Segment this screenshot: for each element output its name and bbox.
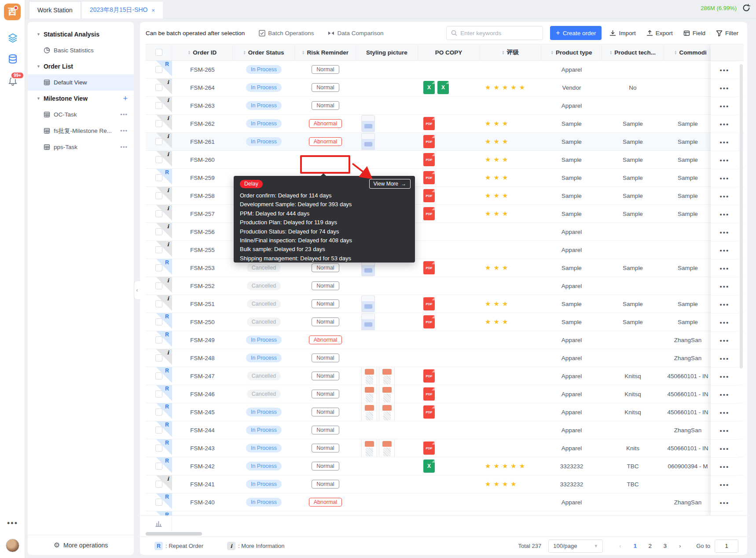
database-icon[interactable] xyxy=(0,54,25,64)
row-checkbox[interactable] xyxy=(155,300,162,307)
pdf-file-icon[interactable]: PDF xyxy=(423,117,435,130)
styling-thumbnail[interactable] xyxy=(361,439,377,457)
risk-badge[interactable]: Normal xyxy=(312,65,339,74)
styling-thumbnail[interactable] xyxy=(379,385,395,403)
risk-badge[interactable]: Normal xyxy=(312,101,339,110)
row-actions-button[interactable]: ••• xyxy=(711,277,738,295)
risk-badge[interactable]: Normal xyxy=(312,372,339,380)
horizontal-scrollbar[interactable] xyxy=(140,531,747,536)
pdf-file-icon[interactable]: PDF xyxy=(423,441,435,455)
row-actions-button[interactable]: ••• xyxy=(711,458,738,476)
row-checkbox[interactable] xyxy=(155,138,162,145)
row-checkbox[interactable] xyxy=(155,318,162,325)
page-button-1[interactable]: 1 xyxy=(629,540,641,552)
risk-badge[interactable]: Normal xyxy=(312,317,339,326)
column-header-order-status[interactable]: ▲▼Order Status xyxy=(233,44,295,60)
styling-thumbnail[interactable] xyxy=(361,314,375,330)
risk-badge[interactable]: Normal xyxy=(312,299,339,308)
pdf-file-icon[interactable]: PDF xyxy=(423,207,435,220)
refresh-icon[interactable] xyxy=(742,4,751,14)
styling-thumbnail[interactable] xyxy=(361,133,375,150)
row-actions-button[interactable]: ••• xyxy=(711,61,738,79)
risk-badge[interactable]: Normal xyxy=(312,462,339,470)
risk-badge[interactable]: Normal xyxy=(312,390,339,398)
item-menu-icon[interactable]: ••• xyxy=(120,128,128,134)
column-header-order-id[interactable]: ▲▼Order ID xyxy=(172,44,233,60)
risk-badge[interactable]: Normal xyxy=(312,263,339,272)
row-checkbox[interactable] xyxy=(155,210,162,217)
styling-thumbnail[interactable] xyxy=(361,403,377,421)
search-input[interactable]: Enter keywords xyxy=(446,26,543,40)
styling-thumbnail[interactable] xyxy=(379,403,395,421)
next-page-button[interactable]: › xyxy=(674,540,686,552)
star-rating[interactable]: ★★★ xyxy=(485,192,510,200)
sidebar-item-default-view[interactable]: Default View xyxy=(28,74,134,91)
star-rating[interactable]: ★★★★★ xyxy=(485,84,528,91)
rail-more-dots-icon[interactable]: ••• xyxy=(0,519,25,528)
field-button[interactable]: Field xyxy=(683,30,705,36)
pdf-file-icon[interactable]: PDF xyxy=(423,135,435,148)
export-button[interactable]: Export xyxy=(646,30,673,36)
row-actions-button[interactable]: ••• xyxy=(711,79,738,97)
row-checkbox[interactable] xyxy=(155,372,162,379)
sort-icon[interactable]: ▲▼ xyxy=(302,50,305,55)
layers-icon[interactable] xyxy=(0,33,25,43)
item-menu-icon[interactable]: ••• xyxy=(120,111,128,118)
sidebar-item-basic-statistics[interactable]: Basic Statistics xyxy=(28,42,134,58)
sort-icon[interactable]: ▲▼ xyxy=(674,50,677,55)
pdf-file-icon[interactable]: PDF xyxy=(423,405,435,419)
sidebar-item-oc-task[interactable]: OC-Task••• xyxy=(28,106,134,123)
row-checkbox[interactable] xyxy=(155,120,162,127)
row-checkbox[interactable] xyxy=(155,481,162,488)
add-view-button[interactable]: + xyxy=(123,94,128,103)
sidebar-collapse-handle[interactable]: ‹ xyxy=(134,281,140,300)
risk-badge[interactable]: Normal xyxy=(312,354,339,362)
star-rating[interactable]: ★★★ xyxy=(485,156,510,164)
row-actions-button[interactable]: ••• xyxy=(711,332,738,350)
row-actions-button[interactable]: ••• xyxy=(711,151,738,169)
row-actions-button[interactable]: ••• xyxy=(711,115,738,133)
row-checkbox[interactable] xyxy=(155,390,162,398)
view-more-button[interactable]: View More → xyxy=(369,179,411,189)
risk-badge[interactable]: Normal xyxy=(312,426,339,434)
column-header-item[interactable]: ▲▼评级 xyxy=(480,44,541,60)
tab-work-station[interactable]: Work Station xyxy=(29,1,81,18)
row-actions-button[interactable]: ••• xyxy=(711,512,738,515)
sidebar-section-statistical-analysis[interactable]: ▼Statistical Analysis xyxy=(28,26,134,42)
star-rating[interactable]: ★★★★★ xyxy=(485,462,528,470)
pdf-file-icon[interactable]: PDF xyxy=(423,315,435,328)
bell-icon[interactable]: 99+ xyxy=(0,76,25,86)
row-actions-button[interactable]: ••• xyxy=(711,259,738,277)
row-actions-button[interactable]: ••• xyxy=(711,404,738,422)
star-rating[interactable]: ★★★★ xyxy=(485,480,519,488)
risk-badge[interactable]: Normal xyxy=(312,408,339,416)
row-actions-button[interactable]: ••• xyxy=(711,205,738,223)
row-actions-button[interactable]: ••• xyxy=(711,187,738,205)
excel-file-icon[interactable]: X xyxy=(423,460,435,473)
risk-badge[interactable]: Normal xyxy=(312,444,339,452)
item-menu-icon[interactable]: ••• xyxy=(120,144,128,150)
pdf-file-icon[interactable]: PDF xyxy=(423,171,435,184)
data-comparison-button[interactable]: Data Comparison xyxy=(328,30,383,36)
row-actions-button[interactable]: ••• xyxy=(711,440,738,458)
risk-badge[interactable]: Normal xyxy=(312,281,339,290)
row-actions-button[interactable]: ••• xyxy=(711,295,738,314)
row-actions-button[interactable]: ••• xyxy=(711,223,738,241)
column-header-po-copy[interactable]: PO COPY xyxy=(418,44,480,60)
sidebar-item-pps-task[interactable]: pps-Task••• xyxy=(28,139,134,155)
sidebar-item-fs-milestone-re[interactable]: fs批复-Milestone Re...••• xyxy=(28,123,134,139)
goto-page-input[interactable] xyxy=(715,540,738,553)
sidebar-section-milestone-view[interactable]: ▼Milestone View+ xyxy=(28,91,134,106)
styling-thumbnail[interactable] xyxy=(379,367,395,385)
row-checkbox[interactable] xyxy=(155,246,162,253)
risk-badge[interactable]: Normal xyxy=(312,83,339,92)
risk-badge[interactable]: Abnormal xyxy=(309,119,342,128)
row-checkbox[interactable] xyxy=(155,174,162,181)
row-checkbox[interactable] xyxy=(155,156,162,163)
star-rating[interactable]: ★★★ xyxy=(485,300,510,308)
select-all-checkbox[interactable] xyxy=(155,49,162,56)
row-actions-button[interactable]: ••• xyxy=(711,386,738,404)
row-actions-button[interactable]: ••• xyxy=(711,368,738,386)
star-rating[interactable]: ★★★ xyxy=(485,138,510,146)
page-button-2[interactable]: 2 xyxy=(644,540,656,552)
